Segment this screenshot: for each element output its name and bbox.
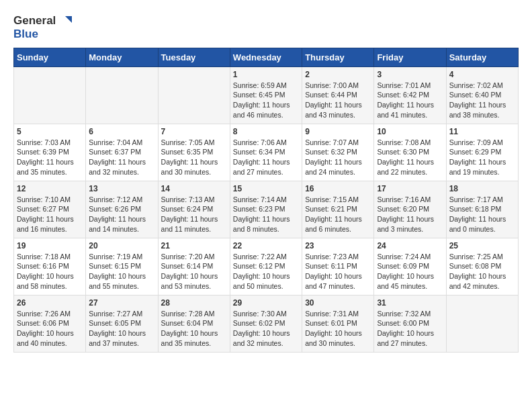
day-number: 12 — [17, 184, 83, 193]
calendar-day-cell: 6 Sunrise: 7:04 AM Sunset: 6:37 PM Dayli… — [86, 124, 158, 181]
calendar-table: SundayMondayTuesdayWednesdayThursdayFrid… — [13, 48, 519, 353]
day-number: 30 — [305, 298, 371, 308]
daylight-text: Daylight: 11 hours and 27 minutes. — [233, 158, 290, 176]
logo-wordmark: General Blue — [13, 13, 72, 41]
day-number: 5 — [17, 127, 83, 136]
sunset-text: Sunset: 6:29 PM — [449, 148, 502, 156]
logo-arrow-icon — [57, 13, 72, 28]
sunrise-text: Sunrise: 7:13 AM — [161, 195, 215, 203]
day-info: Sunrise: 7:07 AM Sunset: 6:32 PM Dayligh… — [305, 138, 371, 177]
day-info: Sunrise: 7:02 AM Sunset: 6:40 PM Dayligh… — [449, 81, 515, 120]
calendar-week-row: 5 Sunrise: 7:03 AM Sunset: 6:39 PM Dayli… — [14, 124, 519, 181]
day-number: 27 — [89, 298, 154, 308]
day-number: 14 — [161, 184, 227, 193]
day-info: Sunrise: 7:10 AM Sunset: 6:27 PM Dayligh… — [17, 195, 83, 234]
daylight-text: Daylight: 11 hours and 8 minutes. — [233, 215, 290, 233]
sunrise-text: Sunrise: 7:01 AM — [377, 81, 431, 89]
weekday-header: Wednesday — [230, 48, 302, 66]
calendar-body: 1 Sunrise: 6:59 AM Sunset: 6:45 PM Dayli… — [14, 66, 519, 352]
logo-general: General — [13, 15, 56, 28]
calendar-day-cell: 28 Sunrise: 7:28 AM Sunset: 6:04 PM Dayl… — [158, 295, 230, 352]
day-number: 3 — [377, 70, 443, 79]
calendar-week-row: 1 Sunrise: 6:59 AM Sunset: 6:45 PM Dayli… — [14, 66, 519, 124]
calendar-day-cell: 18 Sunrise: 7:17 AM Sunset: 6:18 PM Dayl… — [446, 181, 518, 238]
calendar-day-cell: 31 Sunrise: 7:32 AM Sunset: 6:00 PM Dayl… — [374, 295, 446, 352]
day-number: 15 — [233, 184, 299, 193]
day-info: Sunrise: 7:01 AM Sunset: 6:42 PM Dayligh… — [377, 81, 443, 120]
sunset-text: Sunset: 6:24 PM — [161, 205, 214, 213]
sunrise-text: Sunrise: 7:03 AM — [17, 138, 71, 146]
daylight-text: Daylight: 11 hours and 38 minutes. — [449, 101, 506, 119]
calendar-week-row: 12 Sunrise: 7:10 AM Sunset: 6:27 PM Dayl… — [14, 181, 519, 238]
calendar-day-cell: 14 Sunrise: 7:13 AM Sunset: 6:24 PM Dayl… — [158, 181, 230, 238]
day-info: Sunrise: 7:09 AM Sunset: 6:29 PM Dayligh… — [449, 138, 515, 177]
sunset-text: Sunset: 6:06 PM — [17, 319, 69, 327]
calendar-week-row: 26 Sunrise: 7:26 AM Sunset: 6:06 PM Dayl… — [14, 295, 519, 352]
sunset-text: Sunset: 6:23 PM — [233, 205, 285, 213]
calendar-day-cell: 25 Sunrise: 7:25 AM Sunset: 6:08 PM Dayl… — [446, 238, 518, 295]
sunrise-text: Sunrise: 7:14 AM — [233, 195, 287, 203]
day-number: 2 — [305, 70, 371, 79]
daylight-text: Daylight: 10 hours and 50 minutes. — [233, 272, 290, 290]
day-number: 8 — [233, 127, 299, 136]
sunrise-text: Sunrise: 7:16 AM — [377, 195, 431, 203]
day-info: Sunrise: 7:28 AM Sunset: 6:04 PM Dayligh… — [161, 309, 227, 349]
sunset-text: Sunset: 6:39 PM — [17, 148, 69, 156]
calendar-day-cell: 26 Sunrise: 7:26 AM Sunset: 6:06 PM Dayl… — [14, 295, 86, 352]
day-number: 19 — [17, 241, 83, 250]
sunrise-text: Sunrise: 7:02 AM — [449, 81, 503, 89]
sunrise-text: Sunrise: 7:19 AM — [89, 253, 142, 261]
day-number: 4 — [449, 70, 515, 79]
sunset-text: Sunset: 6:04 PM — [161, 319, 214, 327]
day-number: 29 — [233, 298, 299, 308]
day-number: 1 — [233, 70, 299, 79]
weekday-header: Thursday — [302, 48, 374, 66]
day-info: Sunrise: 7:23 AM Sunset: 6:11 PM Dayligh… — [305, 252, 371, 291]
sunset-text: Sunset: 6:00 PM — [377, 319, 429, 327]
calendar-day-cell: 2 Sunrise: 7:00 AM Sunset: 6:44 PM Dayli… — [302, 66, 374, 124]
day-info: Sunrise: 7:20 AM Sunset: 6:14 PM Dayligh… — [161, 252, 227, 291]
daylight-text: Daylight: 11 hours and 14 minutes. — [89, 215, 146, 233]
calendar-week-row: 19 Sunrise: 7:18 AM Sunset: 6:16 PM Dayl… — [14, 238, 519, 295]
day-info: Sunrise: 7:15 AM Sunset: 6:21 PM Dayligh… — [305, 195, 371, 234]
daylight-text: Daylight: 10 hours and 35 minutes. — [161, 329, 218, 347]
sunrise-text: Sunrise: 7:24 AM — [377, 253, 431, 261]
daylight-text: Daylight: 11 hours and 30 minutes. — [161, 158, 218, 176]
logo-blue: Blue — [13, 28, 38, 40]
daylight-text: Daylight: 11 hours and 6 minutes. — [305, 215, 362, 233]
day-info: Sunrise: 7:17 AM Sunset: 6:18 PM Dayligh… — [449, 195, 515, 234]
sunrise-text: Sunrise: 7:25 AM — [449, 253, 503, 261]
sunset-text: Sunset: 6:34 PM — [233, 148, 285, 156]
sunrise-text: Sunrise: 6:59 AM — [233, 81, 287, 89]
daylight-text: Daylight: 10 hours and 58 minutes. — [17, 272, 74, 290]
weekday-header: Sunday — [14, 48, 86, 66]
day-number: 21 — [161, 241, 227, 250]
day-number: 7 — [161, 127, 227, 136]
sunrise-text: Sunrise: 7:31 AM — [305, 310, 359, 318]
sunrise-text: Sunrise: 7:09 AM — [449, 138, 503, 146]
sunrise-text: Sunrise: 7:32 AM — [377, 310, 431, 318]
sunset-text: Sunset: 6:18 PM — [449, 205, 502, 213]
calendar-day-cell: 15 Sunrise: 7:14 AM Sunset: 6:23 PM Dayl… — [230, 181, 302, 238]
day-info: Sunrise: 7:24 AM Sunset: 6:09 PM Dayligh… — [377, 252, 443, 291]
sunrise-text: Sunrise: 7:28 AM — [161, 310, 215, 318]
sunset-text: Sunset: 6:30 PM — [377, 148, 429, 156]
daylight-text: Daylight: 11 hours and 46 minutes. — [233, 101, 290, 119]
logo: General Blue — [13, 13, 72, 41]
calendar-day-cell: 13 Sunrise: 7:12 AM Sunset: 6:26 PM Dayl… — [86, 181, 158, 238]
calendar-day-cell: 17 Sunrise: 7:16 AM Sunset: 6:20 PM Dayl… — [374, 181, 446, 238]
calendar-day-cell — [446, 295, 518, 352]
calendar-day-cell: 7 Sunrise: 7:05 AM Sunset: 6:35 PM Dayli… — [158, 124, 230, 181]
sunset-text: Sunset: 6:09 PM — [377, 262, 429, 270]
sunrise-text: Sunrise: 7:04 AM — [89, 138, 142, 146]
sunrise-text: Sunrise: 7:30 AM — [233, 310, 287, 318]
calendar-day-cell: 10 Sunrise: 7:08 AM Sunset: 6:30 PM Dayl… — [374, 124, 446, 181]
calendar-day-cell: 30 Sunrise: 7:31 AM Sunset: 6:01 PM Dayl… — [302, 295, 374, 352]
day-info: Sunrise: 7:08 AM Sunset: 6:30 PM Dayligh… — [377, 138, 443, 177]
sunset-text: Sunset: 6:37 PM — [89, 148, 141, 156]
daylight-text: Daylight: 10 hours and 53 minutes. — [161, 272, 218, 290]
sunset-text: Sunset: 6:05 PM — [89, 319, 141, 327]
day-info: Sunrise: 7:03 AM Sunset: 6:39 PM Dayligh… — [17, 138, 83, 177]
daylight-text: Daylight: 10 hours and 42 minutes. — [449, 272, 506, 290]
day-info: Sunrise: 7:25 AM Sunset: 6:08 PM Dayligh… — [449, 252, 515, 291]
